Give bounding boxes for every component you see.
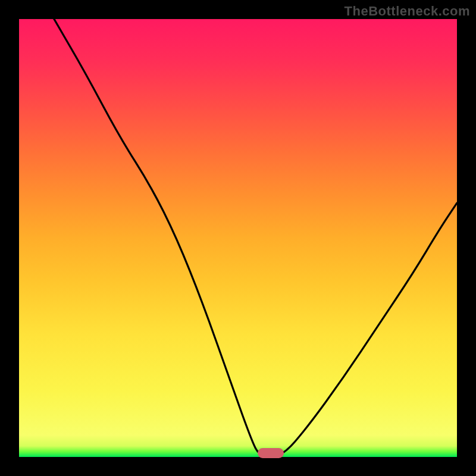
chart-frame: TheBottleneck.com — [0, 0, 476, 476]
watermark-text: TheBottleneck.com — [345, 4, 470, 19]
plot-area — [19, 19, 457, 457]
optimal-marker — [258, 448, 284, 458]
